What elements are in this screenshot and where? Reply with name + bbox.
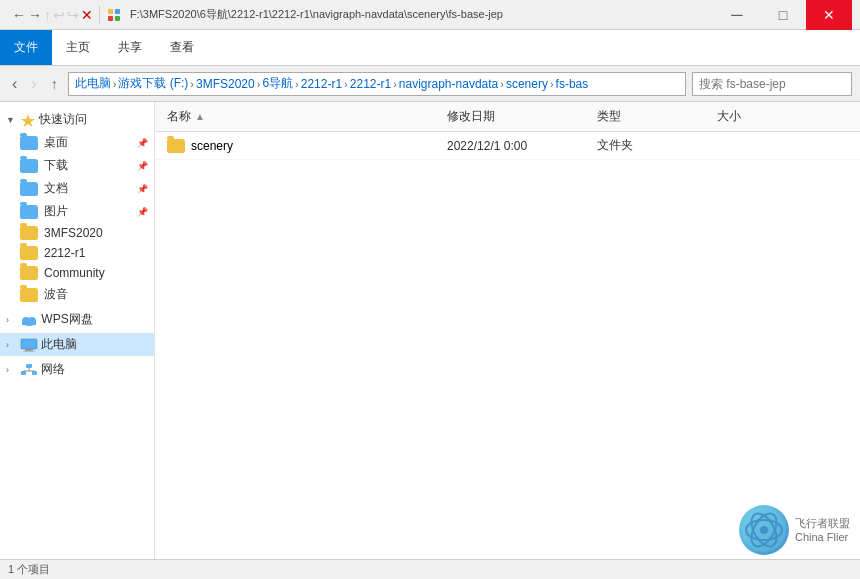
sort-asc-icon: ▲ xyxy=(195,111,205,122)
address-path-box[interactable]: 此电脑 › 游戏下载 (F:) › 3MFS2020 › 6导航 › 2212-… xyxy=(68,72,686,96)
network-label: 网络 xyxy=(41,361,65,378)
svg-rect-13 xyxy=(21,371,26,375)
crumb-2212r1a[interactable]: 2212-r1 xyxy=(301,77,342,91)
address-bar: ‹ › ↑ 此电脑 › 游戏下载 (F:) › 3MFS2020 › 6导航 ›… xyxy=(0,66,860,102)
file-date-cell: 2022/12/1 0:00 xyxy=(447,139,597,153)
tab-share[interactable]: 共享 xyxy=(104,30,156,65)
status-text: 1 个项目 xyxy=(8,562,50,577)
svg-rect-1 xyxy=(115,9,120,14)
svg-rect-14 xyxy=(32,371,37,375)
chevron-right-icon: › xyxy=(6,340,16,350)
folder-blue-icon xyxy=(20,136,38,150)
table-row[interactable]: scenery 2022/12/1 0:00 文件夹 xyxy=(155,132,860,160)
close-title-btn[interactable]: ✕ xyxy=(81,7,93,23)
svg-rect-8 xyxy=(22,321,36,325)
minimize-btn[interactable]: ─ xyxy=(714,0,760,30)
sidebar-item-label: 波音 xyxy=(44,286,68,303)
up-btn[interactable]: ↑ xyxy=(44,7,51,23)
sidebar-item-label: 下载 xyxy=(44,157,68,174)
chevron-right-icon: › xyxy=(6,315,16,325)
sidebar-item-pictures[interactable]: 图片 📌 xyxy=(0,200,154,223)
crumb-computer[interactable]: 此电脑 xyxy=(75,75,111,92)
svg-point-22 xyxy=(760,526,768,534)
sidebar-header-quickaccess[interactable]: ▼ 快速访问 xyxy=(0,108,154,131)
sidebar-item-label: Community xyxy=(44,266,105,280)
file-name-cell: scenery xyxy=(167,139,447,153)
sidebar-item-documents[interactable]: 文档 📌 xyxy=(0,177,154,200)
computer-icon xyxy=(20,338,38,352)
network-icon xyxy=(20,363,38,377)
col-header-type[interactable]: 类型 xyxy=(597,108,717,125)
folder-icon xyxy=(20,288,38,302)
chevron-right-icon: › xyxy=(6,365,16,375)
window-controls[interactable]: ← → ↑ ↩ ↪ ✕ xyxy=(12,7,93,23)
sidebar-item-label: 文档 xyxy=(44,180,68,197)
ribbon: 文件 主页 共享 查看 xyxy=(0,30,860,66)
folder-icon xyxy=(20,266,38,280)
close-btn[interactable]: ✕ xyxy=(806,0,852,30)
computer-label: 此电脑 xyxy=(41,336,77,353)
tab-file[interactable]: 文件 xyxy=(0,30,52,65)
sidebar-item-label: 3MFS2020 xyxy=(44,226,103,240)
sidebar-section-computer: › 此电脑 xyxy=(0,333,154,356)
star-icon xyxy=(20,113,36,127)
file-type-cell: 文件夹 xyxy=(597,137,717,154)
sidebar-item-label: 桌面 xyxy=(44,134,68,151)
sidebar-section-network: › 网络 xyxy=(0,358,154,381)
svg-rect-9 xyxy=(21,339,37,349)
maximize-btn[interactable]: □ xyxy=(760,0,806,30)
sidebar-item-community[interactable]: Community xyxy=(0,263,154,283)
crumb-drive[interactable]: 游戏下载 (F:) xyxy=(118,75,188,92)
logo-svg xyxy=(741,507,787,553)
pin-icon: 📌 xyxy=(137,184,148,194)
cloud-icon xyxy=(20,313,38,327)
pin-icon: 📌 xyxy=(137,207,148,217)
nav-up-btn[interactable]: ↑ xyxy=(47,74,62,94)
crumb-scenery[interactable]: scenery xyxy=(506,77,548,91)
sidebar-item-2212r1[interactable]: 2212-r1 xyxy=(0,243,154,263)
back-btn[interactable]: ← xyxy=(12,7,26,23)
folder-blue-icon xyxy=(20,205,38,219)
crumb-2212r1b[interactable]: 2212-r1 xyxy=(350,77,391,91)
breadcrumb: 此电脑 › 游戏下载 (F:) › 3MFS2020 › 6导航 › 2212-… xyxy=(75,75,589,92)
tab-view[interactable]: 查看 xyxy=(156,30,208,65)
crumb-6nav[interactable]: 6导航 xyxy=(262,75,293,92)
watermark: 飞行者联盟 China Flier xyxy=(739,505,850,555)
sidebar-item-desktop[interactable]: 桌面 📌 xyxy=(0,131,154,154)
sidebar-header-computer[interactable]: › 此电脑 xyxy=(0,333,154,356)
svg-rect-0 xyxy=(108,9,113,14)
main-area: ▼ 快速访问 桌面 📌 下载 📌 文档 📌 xyxy=(0,102,860,559)
svg-rect-11 xyxy=(23,351,35,352)
sidebar-item-3mfs2020[interactable]: 3MFS2020 xyxy=(0,223,154,243)
column-headers: 名称 ▲ 修改日期 类型 大小 xyxy=(155,102,860,132)
nav-back-btn[interactable]: ‹ xyxy=(8,73,21,95)
col-header-date[interactable]: 修改日期 xyxy=(447,108,597,125)
sidebar-header-network[interactable]: › 网络 xyxy=(0,358,154,381)
pin-icon: 📌 xyxy=(137,161,148,171)
search-input[interactable] xyxy=(692,72,852,96)
svg-rect-2 xyxy=(108,16,113,21)
svg-marker-4 xyxy=(21,114,35,127)
sidebar-item-download[interactable]: 下载 📌 xyxy=(0,154,154,177)
sidebar: ▼ 快速访问 桌面 📌 下载 📌 文档 📌 xyxy=(0,102,155,559)
status-bar: 1 个项目 xyxy=(0,559,860,579)
nav-forward-btn[interactable]: › xyxy=(27,73,40,95)
sidebar-header-wps[interactable]: › WPS网盘 xyxy=(0,308,154,331)
wps-label: WPS网盘 xyxy=(41,311,92,328)
col-header-name[interactable]: 名称 ▲ xyxy=(167,108,447,125)
crumb-3mfs[interactable]: 3MFS2020 xyxy=(196,77,255,91)
forward-btn[interactable]: → xyxy=(28,7,42,23)
sidebar-item-boeing[interactable]: 波音 xyxy=(0,283,154,306)
sidebar-item-label: 图片 xyxy=(44,203,68,220)
undo-btn[interactable]: ↩ xyxy=(53,7,65,23)
svg-rect-12 xyxy=(26,364,32,368)
svg-rect-3 xyxy=(115,16,120,21)
explorer-icon xyxy=(106,7,122,23)
redo-btn[interactable]: ↪ xyxy=(67,7,79,23)
watermark-text: 飞行者联盟 China Flier xyxy=(795,516,850,545)
tab-home[interactable]: 主页 xyxy=(52,30,104,65)
crumb-fsbase[interactable]: fs-bas xyxy=(556,77,589,91)
folder-blue-icon xyxy=(20,159,38,173)
crumb-navigraph[interactable]: navigraph-navdata xyxy=(399,77,498,91)
col-header-size[interactable]: 大小 xyxy=(717,108,817,125)
